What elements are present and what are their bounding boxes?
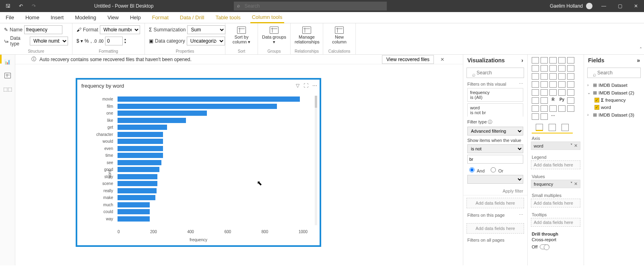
viz-stacked-bar[interactable] [532, 57, 539, 64]
and-radio[interactable]: And [467, 166, 485, 173]
bar-one[interactable]: one [118, 110, 308, 117]
filter-card-word[interactable]: word is not br [467, 103, 523, 117]
bar-make[interactable]: make [118, 194, 308, 201]
viz-treemap[interactable] [549, 81, 557, 88]
table-node[interactable]: ›▦ IMDB Dataset [586, 81, 642, 89]
manage-relationships-button[interactable]: Manage relationships [295, 25, 319, 44]
legend-well[interactable]: Add data fields here [531, 160, 580, 169]
comma-button[interactable]: , [91, 38, 92, 44]
restore-button[interactable]: ▢ [612, 3, 628, 9]
viz-slicer[interactable] [532, 97, 539, 104]
bar-good[interactable]: good [118, 166, 308, 173]
tab-modeling[interactable]: Modeling [73, 12, 98, 23]
save-icon[interactable]: 🖫 [2, 3, 14, 9]
viz-pie[interactable] [532, 81, 539, 88]
viz-donut[interactable] [541, 81, 548, 88]
condition1-value-input[interactable] [467, 155, 523, 164]
tab-help[interactable]: Help [128, 12, 142, 23]
bar-story[interactable]: story [118, 173, 308, 181]
fields-tab-icon[interactable] [536, 124, 543, 131]
global-search-input[interactable] [234, 2, 387, 10]
bar-see[interactable]: see [118, 159, 308, 166]
tab-format[interactable]: Format [151, 12, 170, 23]
chart-scrollbar[interactable] [315, 96, 317, 225]
viz-100-column[interactable] [532, 65, 539, 72]
bar-much[interactable]: much [118, 201, 308, 209]
viz-paginated[interactable] [567, 105, 574, 112]
viz-card[interactable] [549, 89, 557, 96]
new-column-button[interactable]: New column [327, 25, 351, 44]
remove-axis-field[interactable]: ✕ [574, 143, 578, 148]
bar-film[interactable]: film [118, 103, 308, 110]
table-node[interactable]: ⌄▦ IMDB Dataset (2) [586, 89, 642, 96]
bar-way[interactable]: way [118, 215, 308, 223]
filter-icon[interactable]: ▽ [296, 83, 299, 88]
tab-table-tools[interactable]: Table tools [214, 12, 242, 23]
viz-stacked-column[interactable] [541, 57, 548, 64]
bar-movie[interactable]: movie [118, 96, 308, 103]
filter-visual-well[interactable]: Add data fields here [466, 198, 524, 208]
viz-table[interactable] [541, 97, 548, 104]
bar-could[interactable]: could [118, 208, 308, 215]
decimals-input[interactable] [105, 37, 123, 45]
bar-really[interactable]: really [118, 187, 308, 195]
model-view-button[interactable]: ⬚⬚ [3, 84, 12, 94]
tooltips-well[interactable]: Add data fields here [531, 218, 580, 227]
bar-would[interactable]: would [118, 138, 308, 145]
viz-qa[interactable] [541, 105, 548, 112]
field-node-word[interactable]: ✓ word [586, 104, 642, 111]
sort-by-column-button[interactable]: Sort by column ▾ [229, 25, 254, 45]
currency-button[interactable]: $ ▾ [76, 38, 83, 44]
report-canvas[interactable]: ⓘ Auto recovery contains some recovered … [15, 55, 463, 265]
data-view-button[interactable] [3, 71, 12, 80]
cat-select[interactable]: Uncategorized [187, 37, 225, 45]
tab-column-tools[interactable]: Column tools [250, 12, 284, 23]
bar-get[interactable]: get [118, 124, 308, 131]
viz-area[interactable] [549, 65, 557, 72]
viz-py[interactable]: Py [558, 97, 566, 104]
filter-card-frequency[interactable]: frequency is (All) [467, 88, 523, 102]
percent-button[interactable]: % [85, 38, 89, 44]
viz-kpi[interactable] [567, 89, 574, 96]
fields-search-input[interactable] [587, 68, 641, 78]
viz-filled-map[interactable] [567, 81, 574, 88]
viz-more[interactable]: ⋯ [549, 113, 557, 120]
viz-line-stacked[interactable] [532, 73, 539, 80]
summ-select[interactable]: Sum [187, 25, 225, 34]
bar-even[interactable]: even [118, 145, 308, 152]
bar-chart-visual[interactable]: frequency by word ▽ ⛶ ⋯ word moviefilmon… [76, 78, 321, 247]
viz-clustered-column[interactable] [558, 57, 566, 64]
spinner-icon[interactable]: ▴▾ [124, 38, 126, 44]
viz-arcgis[interactable] [532, 113, 539, 120]
collapse-ribbon-button[interactable]: ˆ [640, 47, 642, 53]
viz-shape-map[interactable] [532, 89, 539, 96]
axis-field-pill[interactable]: word˅ ✕ [531, 142, 580, 150]
apply-filter-button[interactable]: Apply filter [463, 187, 527, 195]
more-icon[interactable]: ⋯ [312, 83, 317, 88]
viz-ribbon[interactable] [541, 73, 548, 80]
viz-decomp[interactable] [532, 105, 539, 112]
viz-r[interactable]: R [549, 97, 557, 104]
redo-icon[interactable]: ↷ [28, 3, 39, 9]
viz-line-clustered[interactable] [567, 65, 574, 72]
viz-goals[interactable] [558, 105, 566, 112]
tab-view[interactable]: View [106, 12, 120, 23]
decimal-button[interactable]: .0 .00 [93, 39, 103, 43]
avatar[interactable] [586, 3, 592, 9]
viz-waterfall[interactable] [549, 73, 557, 80]
tab-home[interactable]: Home [24, 12, 41, 23]
undo-icon[interactable]: ↶ [15, 3, 27, 9]
remove-values-field[interactable]: ✕ [574, 181, 578, 186]
report-view-button[interactable]: 📊 [3, 57, 12, 67]
values-field-pill[interactable]: frequency˅ ✕ [531, 180, 580, 188]
viz-gauge[interactable] [541, 89, 548, 96]
format-select[interactable]: Whole number [100, 25, 140, 34]
bar-like[interactable]: like [118, 117, 308, 124]
condition2-select[interactable] [467, 175, 523, 184]
viz-search-input[interactable] [466, 68, 524, 78]
cross-report-toggle[interactable] [540, 244, 549, 249]
viz-100-bar[interactable] [567, 57, 574, 64]
bar-time[interactable]: time [118, 152, 308, 159]
data-type-select[interactable]: Whole number [30, 37, 68, 45]
viz-scatter[interactable] [567, 73, 574, 80]
